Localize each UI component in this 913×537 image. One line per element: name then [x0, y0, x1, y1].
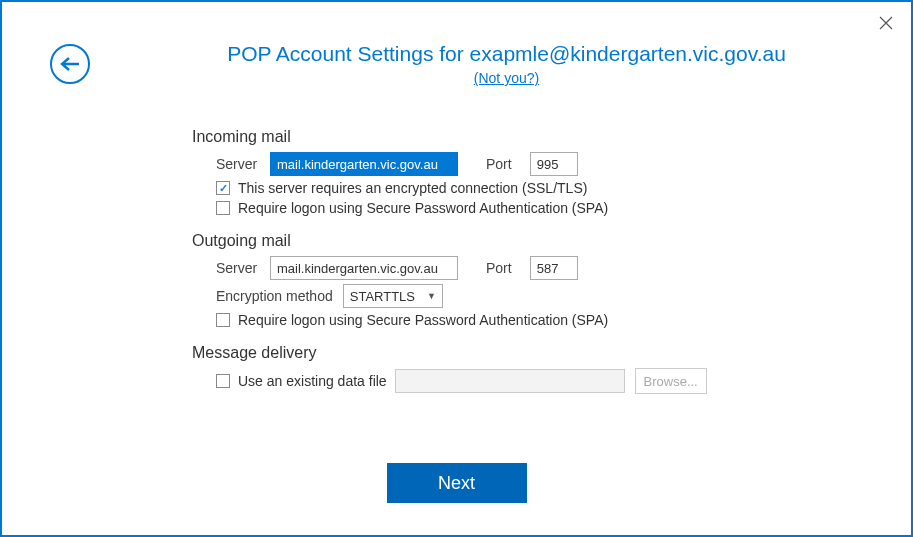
- encryption-label: Encryption method: [216, 288, 333, 304]
- datafile-path-input: [395, 369, 625, 393]
- dialog-window: POP Account Settings for exapmle@kinderg…: [0, 0, 913, 537]
- outgoing-port-label: Port: [486, 260, 512, 276]
- outgoing-server-row: Server Port: [192, 256, 752, 280]
- title-prefix: POP Account Settings for: [227, 42, 469, 65]
- incoming-spa-checkbox[interactable]: [216, 201, 230, 215]
- delivery-heading: Message delivery: [192, 344, 752, 362]
- chevron-down-icon: ▼: [427, 291, 436, 301]
- outgoing-server-label: Server: [216, 260, 260, 276]
- outgoing-server-input[interactable]: [270, 256, 458, 280]
- incoming-ssl-label: This server requires an encrypted connec…: [238, 180, 587, 196]
- outgoing-spa-row: Require logon using Secure Password Auth…: [192, 312, 752, 328]
- incoming-port-label: Port: [486, 156, 512, 172]
- incoming-server-input[interactable]: [270, 152, 458, 176]
- incoming-server-label: Server: [216, 156, 260, 172]
- incoming-heading: Incoming mail: [192, 128, 752, 146]
- title-area: POP Account Settings for exapmle@kinderg…: [142, 42, 871, 86]
- browse-button: Browse...: [635, 368, 707, 394]
- not-you-link[interactable]: (Not you?): [474, 70, 539, 86]
- next-button[interactable]: Next: [387, 463, 527, 503]
- incoming-spa-row: Require logon using Secure Password Auth…: [192, 200, 752, 216]
- incoming-ssl-checkbox[interactable]: [216, 181, 230, 195]
- incoming-ssl-row: This server requires an encrypted connec…: [192, 180, 752, 196]
- outgoing-heading: Outgoing mail: [192, 232, 752, 250]
- incoming-port-input[interactable]: [530, 152, 578, 176]
- datafile-row: Use an existing data file Browse...: [192, 368, 752, 394]
- encryption-select[interactable]: STARTTLS ▼: [343, 284, 443, 308]
- encryption-value: STARTTLS: [350, 289, 415, 304]
- use-existing-checkbox[interactable]: [216, 374, 230, 388]
- form-area: Incoming mail Server Port This server re…: [192, 118, 752, 394]
- page-title: POP Account Settings for exapmle@kinderg…: [142, 42, 871, 66]
- close-icon[interactable]: [879, 16, 893, 30]
- back-button[interactable]: [50, 44, 90, 84]
- outgoing-port-input[interactable]: [530, 256, 578, 280]
- outgoing-spa-checkbox[interactable]: [216, 313, 230, 327]
- outgoing-spa-label: Require logon using Secure Password Auth…: [238, 312, 608, 328]
- incoming-spa-label: Require logon using Secure Password Auth…: [238, 200, 608, 216]
- title-email: exapmle@kindergarten.vic.gov.au: [470, 42, 786, 65]
- encryption-row: Encryption method STARTTLS ▼: [192, 284, 752, 308]
- use-existing-label: Use an existing data file: [238, 373, 387, 389]
- incoming-server-row: Server Port: [192, 152, 752, 176]
